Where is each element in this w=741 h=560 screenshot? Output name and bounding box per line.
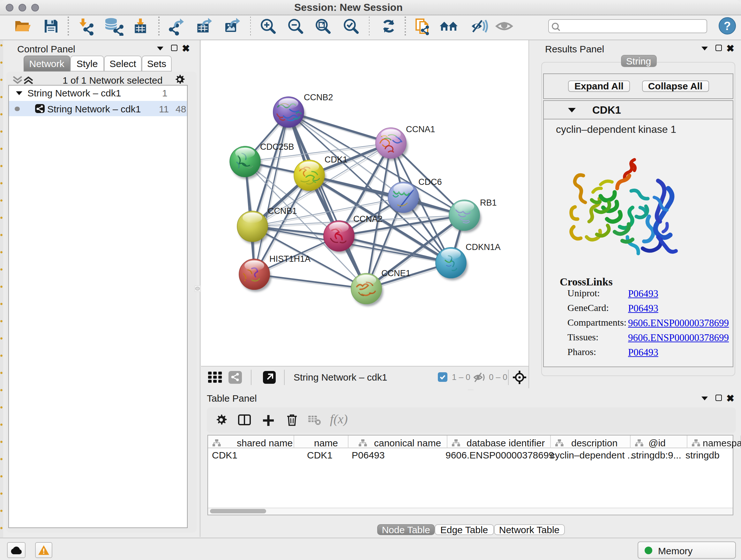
svg-text:CDC6: CDC6	[418, 177, 442, 186]
svg-text:CCNB2: CCNB2	[304, 92, 333, 102]
svg-text:CCNA1: CCNA1	[406, 124, 435, 134]
svg-text:HIST1H1A: HIST1H1A	[269, 254, 311, 263]
svg-text:CDK1: CDK1	[325, 154, 347, 164]
svg-text:CCNA2: CCNA2	[353, 214, 383, 224]
svg-text:RB1: RB1	[480, 198, 497, 207]
svg-text:CCNE1: CCNE1	[381, 268, 411, 278]
svg-text:CCNB1: CCNB1	[268, 206, 297, 215]
svg-text:CDKN1A: CDKN1A	[466, 242, 501, 252]
svg-text:CDC25B: CDC25B	[260, 142, 294, 151]
